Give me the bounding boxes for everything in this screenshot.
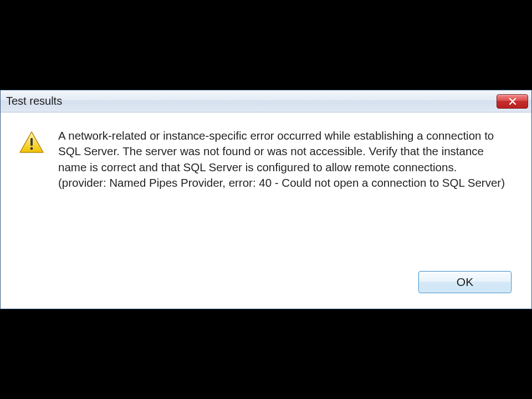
dialog-window: Test results (0, 90, 532, 309)
titlebar: Test results (1, 90, 531, 112)
warning-icon (16, 130, 47, 155)
error-message: A network-related or instance-specific e… (58, 128, 507, 191)
content-row: A network-related or instance-specific e… (16, 128, 515, 191)
button-row: OK (16, 260, 515, 298)
svg-point-1 (30, 147, 33, 150)
close-button[interactable] (497, 94, 528, 109)
svg-rect-0 (30, 138, 33, 146)
dialog-body: A network-related or instance-specific e… (1, 112, 531, 309)
close-icon (508, 98, 517, 105)
dialog-title: Test results (6, 95, 62, 108)
ok-button[interactable]: OK (418, 271, 511, 293)
